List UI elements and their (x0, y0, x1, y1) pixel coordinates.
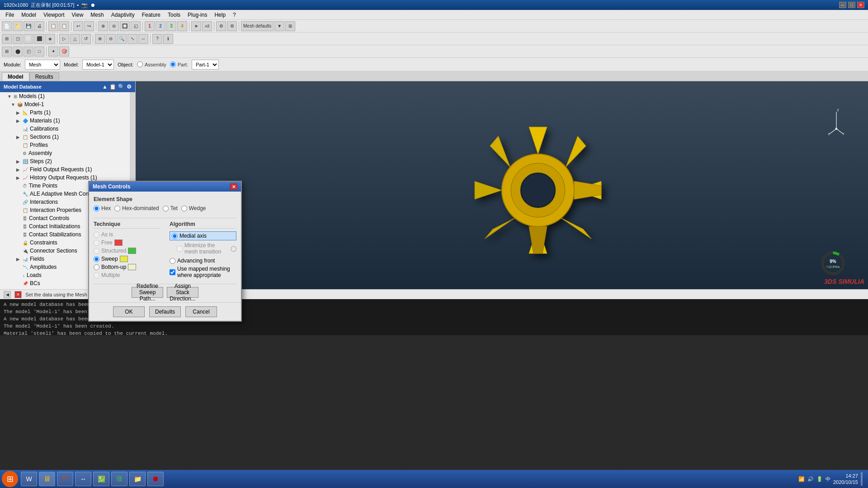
tb3-b2[interactable]: ⬤ (13, 47, 23, 56)
menu-viewport[interactable]: Viewport (40, 11, 68, 19)
taskbar-app-wechat[interactable]: 微 (111, 472, 127, 486)
taskbar-app-powerpoint[interactable]: P (57, 472, 73, 486)
sidebar-icon-3[interactable]: 🔍 (118, 84, 125, 90)
tb2-b3[interactable]: ⬜ (24, 34, 33, 44)
bottom-up-option[interactable]: Bottom-up (94, 264, 160, 270)
close-button[interactable]: ✕ (857, 2, 864, 8)
tb2-b8[interactable]: ↺ (81, 34, 91, 44)
tb-open[interactable]: 📁 (13, 21, 23, 31)
structured-color-box[interactable] (128, 248, 136, 254)
tb2-b4[interactable]: ⬛ (34, 34, 44, 44)
tb2-b2[interactable]: ◳ (13, 34, 23, 44)
taskbar-lang[interactable]: 中 (826, 476, 830, 483)
menu-file[interactable]: File (2, 11, 18, 19)
maximize-button[interactable]: □ (848, 2, 855, 8)
hex-label[interactable]: Hex (101, 205, 111, 211)
mapped-mesh-label[interactable]: Use mapped meshing where appropriate (177, 266, 236, 278)
tb2-b14[interactable]: ? (152, 34, 162, 44)
tb-num4[interactable]: 4 (177, 21, 187, 31)
taskbar-app-explorer[interactable]: 📁 (129, 472, 146, 486)
as-is-option[interactable]: As is (94, 231, 160, 238)
tb2-b1[interactable]: ⊞ (2, 34, 12, 44)
tb-arrow[interactable]: ➤ (191, 21, 201, 31)
bottom-up-color-box[interactable] (128, 264, 136, 270)
sweep-option[interactable]: Sweep (94, 256, 160, 262)
assembly-radio-label[interactable]: Assembly (145, 62, 166, 67)
part-select[interactable]: Part-1 (192, 60, 219, 70)
menu-question[interactable]: ? (229, 11, 240, 19)
wedge-option[interactable]: Wedge (181, 205, 206, 211)
tet-radio[interactable] (163, 206, 169, 211)
menu-feature[interactable]: Feature (138, 11, 164, 19)
taskbar-show-desktop[interactable] (861, 472, 863, 486)
module-select[interactable]: Mesh Assembly Load (25, 60, 60, 70)
tb-view1[interactable]: ⊕ (98, 21, 108, 31)
menu-view[interactable]: View (68, 11, 87, 19)
sidebar-icon-4[interactable]: ⚙ (127, 84, 132, 90)
bottom-up-label[interactable]: Bottom-up (101, 264, 126, 270)
tb2-b13[interactable]: ↔ (138, 34, 148, 44)
free-option[interactable]: Free (94, 239, 160, 246)
tb-copy[interactable]: 📋 (48, 21, 58, 31)
tab-results[interactable]: Results (29, 72, 59, 81)
tb-paste[interactable]: 📋 (59, 21, 69, 31)
sweep-radio[interactable] (94, 256, 99, 262)
assembly-radio[interactable] (137, 61, 143, 67)
tb-extra[interactable]: ⊞ (285, 21, 295, 31)
status-back-button[interactable]: ◀ (4, 291, 11, 298)
sweep-color-box[interactable] (120, 256, 128, 262)
tb3-b5[interactable]: ✦ (48, 47, 58, 56)
ok-button[interactable]: OK (113, 306, 145, 317)
wedge-radio[interactable] (181, 206, 187, 211)
mapped-mesh-checkbox[interactable] (170, 269, 175, 275)
hex-dom-option[interactable]: Hex-dominated (114, 205, 159, 211)
assign-stack-button[interactable]: Assign Stack Direction... (167, 287, 198, 298)
taskbar-app-3[interactable]: ↔ (75, 472, 91, 486)
structured-option[interactable]: Structured (94, 248, 160, 254)
sidebar-icon-1[interactable]: ▲ (102, 84, 108, 90)
tet-option[interactable]: Tet (163, 205, 178, 211)
tb3-b6[interactable]: 🎯 (59, 47, 69, 56)
taskbar-app-4[interactable]: 💹 (93, 472, 109, 486)
tree-parts[interactable]: ▶ 📐 Parts (1) (0, 108, 135, 117)
tb-mesh-defaults[interactable]: Mesh defaults (241, 21, 274, 31)
tb-save[interactable]: 💾 (24, 21, 33, 31)
tb2-b11[interactable]: 🔍 (117, 34, 127, 44)
bottom-up-radio[interactable] (94, 264, 99, 270)
tb-undo[interactable]: ↩ (73, 21, 83, 31)
tb-num2[interactable]: 2 (156, 21, 165, 31)
menu-mesh[interactable]: Mesh (87, 11, 107, 19)
tree-profiles[interactable]: 📋 Profiles (0, 141, 135, 149)
tb3-b4[interactable]: □ (34, 47, 44, 56)
menu-help[interactable]: Help (211, 11, 229, 19)
hex-dom-label[interactable]: Hex-dominated (122, 205, 159, 211)
tb2-b12[interactable]: ⤡ (127, 34, 137, 44)
menu-tools[interactable]: Tools (164, 11, 184, 19)
tb2-b5[interactable]: ◈ (45, 34, 55, 44)
part-radio[interactable] (170, 61, 176, 67)
hex-option[interactable]: Hex (94, 205, 111, 211)
medial-axis-radio[interactable] (172, 233, 178, 239)
dialog-title-bar[interactable]: Mesh Controls ✕ (89, 182, 241, 192)
mapped-mesh-option[interactable]: Use mapped meshing where appropriate (170, 266, 236, 278)
tb-new[interactable]: 📄 (2, 21, 12, 31)
advancing-front-label[interactable]: Advancing front (177, 258, 215, 264)
tb-gear[interactable]: ⚙ (216, 21, 226, 31)
hex-dom-radio[interactable] (114, 206, 120, 211)
advancing-front-option[interactable]: Advancing front (170, 258, 236, 264)
wedge-label[interactable]: Wedge (189, 205, 206, 211)
taskbar-app-record[interactable]: ⏺ (147, 472, 164, 486)
tree-model1[interactable]: ▼ 📦 Model-1 (0, 100, 135, 108)
tree-sections[interactable]: ▶ 📋 Sections (1) (0, 133, 135, 141)
tb-view4[interactable]: ◱ (131, 21, 141, 31)
sweep-label[interactable]: Sweep (101, 256, 118, 262)
minimize-button[interactable]: ─ (839, 2, 846, 8)
tb2-b7[interactable]: △ (70, 34, 80, 44)
mesh-controls-dialog[interactable]: Mesh Controls ✕ Element Shape Hex Hex-do… (88, 181, 242, 322)
tree-steps[interactable]: ▶ 🔢 Steps (2) (0, 157, 135, 165)
dialog-close-button[interactable]: ✕ (230, 183, 237, 190)
hex-radio[interactable] (94, 206, 99, 211)
tree-models[interactable]: ▼ ⊞ Models (1) (0, 92, 135, 100)
tree-field-output[interactable]: ▶ 📈 Field Output Requests (1) (0, 165, 135, 174)
menu-adaptivity[interactable]: Adaptivity (108, 11, 138, 19)
